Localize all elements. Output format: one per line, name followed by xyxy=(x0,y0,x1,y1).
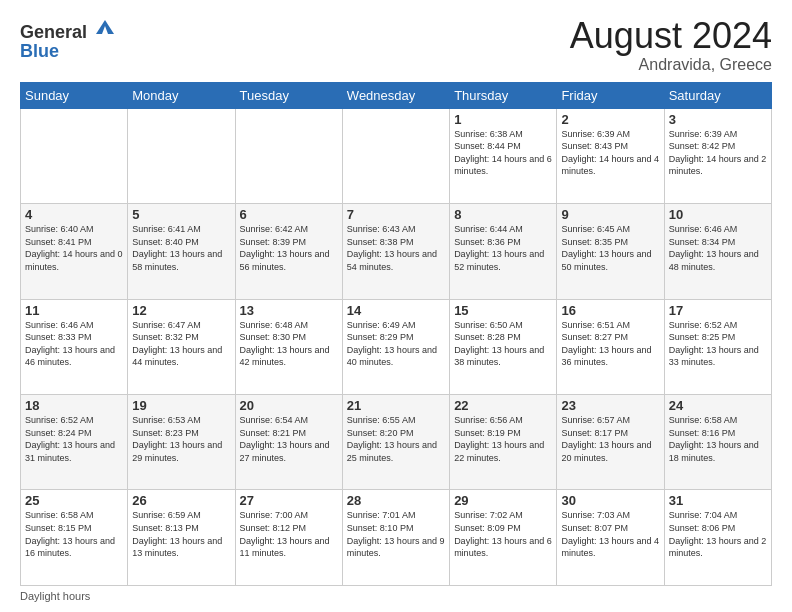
table-row xyxy=(128,108,235,203)
day-info: Sunrise: 7:01 AMSunset: 8:10 PMDaylight:… xyxy=(347,509,445,559)
day-number: 2 xyxy=(561,112,659,127)
day-number: 5 xyxy=(132,207,230,222)
day-info: Sunrise: 6:39 AMSunset: 8:43 PMDaylight:… xyxy=(561,128,659,178)
table-row xyxy=(21,108,128,203)
table-row: 18Sunrise: 6:52 AMSunset: 8:24 PMDayligh… xyxy=(21,395,128,490)
day-number: 23 xyxy=(561,398,659,413)
table-row: 11Sunrise: 6:46 AMSunset: 8:33 PMDayligh… xyxy=(21,299,128,394)
table-row: 19Sunrise: 6:53 AMSunset: 8:23 PMDayligh… xyxy=(128,395,235,490)
table-row: 9Sunrise: 6:45 AMSunset: 8:35 PMDaylight… xyxy=(557,204,664,299)
day-number: 21 xyxy=(347,398,445,413)
col-wednesday: Wednesday xyxy=(342,82,449,108)
day-info: Sunrise: 6:42 AMSunset: 8:39 PMDaylight:… xyxy=(240,223,338,273)
day-info: Sunrise: 6:46 AMSunset: 8:33 PMDaylight:… xyxy=(25,319,123,369)
title-block: August 2024 Andravida, Greece xyxy=(570,16,772,74)
logo-general-text: General xyxy=(20,22,87,42)
day-number: 17 xyxy=(669,303,767,318)
day-info: Sunrise: 6:45 AMSunset: 8:35 PMDaylight:… xyxy=(561,223,659,273)
table-row: 6Sunrise: 6:42 AMSunset: 8:39 PMDaylight… xyxy=(235,204,342,299)
day-number: 25 xyxy=(25,493,123,508)
col-friday: Friday xyxy=(557,82,664,108)
calendar-week-row: 18Sunrise: 6:52 AMSunset: 8:24 PMDayligh… xyxy=(21,395,772,490)
table-row: 2Sunrise: 6:39 AMSunset: 8:43 PMDaylight… xyxy=(557,108,664,203)
day-number: 6 xyxy=(240,207,338,222)
day-number: 26 xyxy=(132,493,230,508)
table-row: 23Sunrise: 6:57 AMSunset: 8:17 PMDayligh… xyxy=(557,395,664,490)
day-info: Sunrise: 6:43 AMSunset: 8:38 PMDaylight:… xyxy=(347,223,445,273)
day-info: Sunrise: 6:41 AMSunset: 8:40 PMDaylight:… xyxy=(132,223,230,273)
col-saturday: Saturday xyxy=(664,82,771,108)
day-info: Sunrise: 6:56 AMSunset: 8:19 PMDaylight:… xyxy=(454,414,552,464)
table-row: 26Sunrise: 6:59 AMSunset: 8:13 PMDayligh… xyxy=(128,490,235,586)
month-year: August 2024 xyxy=(570,16,772,56)
daylight-label: Daylight hours xyxy=(20,590,90,602)
table-row: 3Sunrise: 6:39 AMSunset: 8:42 PMDaylight… xyxy=(664,108,771,203)
table-row xyxy=(235,108,342,203)
day-info: Sunrise: 7:03 AMSunset: 8:07 PMDaylight:… xyxy=(561,509,659,559)
day-info: Sunrise: 6:58 AMSunset: 8:15 PMDaylight:… xyxy=(25,509,123,559)
day-info: Sunrise: 6:58 AMSunset: 8:16 PMDaylight:… xyxy=(669,414,767,464)
day-info: Sunrise: 7:04 AMSunset: 8:06 PMDaylight:… xyxy=(669,509,767,559)
day-number: 9 xyxy=(561,207,659,222)
day-number: 27 xyxy=(240,493,338,508)
location: Andravida, Greece xyxy=(570,56,772,74)
table-row: 8Sunrise: 6:44 AMSunset: 8:36 PMDaylight… xyxy=(450,204,557,299)
table-row: 10Sunrise: 6:46 AMSunset: 8:34 PMDayligh… xyxy=(664,204,771,299)
table-row: 14Sunrise: 6:49 AMSunset: 8:29 PMDayligh… xyxy=(342,299,449,394)
day-info: Sunrise: 6:39 AMSunset: 8:42 PMDaylight:… xyxy=(669,128,767,178)
day-info: Sunrise: 6:57 AMSunset: 8:17 PMDaylight:… xyxy=(561,414,659,464)
table-row: 29Sunrise: 7:02 AMSunset: 8:09 PMDayligh… xyxy=(450,490,557,586)
day-info: Sunrise: 6:50 AMSunset: 8:28 PMDaylight:… xyxy=(454,319,552,369)
calendar-week-row: 11Sunrise: 6:46 AMSunset: 8:33 PMDayligh… xyxy=(21,299,772,394)
day-number: 29 xyxy=(454,493,552,508)
day-info: Sunrise: 6:48 AMSunset: 8:30 PMDaylight:… xyxy=(240,319,338,369)
calendar-week-row: 4Sunrise: 6:40 AMSunset: 8:41 PMDaylight… xyxy=(21,204,772,299)
header: General Blue August 2024 Andravida, Gree… xyxy=(20,16,772,74)
day-number: 24 xyxy=(669,398,767,413)
day-info: Sunrise: 6:54 AMSunset: 8:21 PMDaylight:… xyxy=(240,414,338,464)
day-info: Sunrise: 7:02 AMSunset: 8:09 PMDaylight:… xyxy=(454,509,552,559)
day-info: Sunrise: 6:55 AMSunset: 8:20 PMDaylight:… xyxy=(347,414,445,464)
col-monday: Monday xyxy=(128,82,235,108)
table-row: 7Sunrise: 6:43 AMSunset: 8:38 PMDaylight… xyxy=(342,204,449,299)
day-info: Sunrise: 6:59 AMSunset: 8:13 PMDaylight:… xyxy=(132,509,230,559)
table-row: 16Sunrise: 6:51 AMSunset: 8:27 PMDayligh… xyxy=(557,299,664,394)
table-row: 17Sunrise: 6:52 AMSunset: 8:25 PMDayligh… xyxy=(664,299,771,394)
day-info: Sunrise: 6:40 AMSunset: 8:41 PMDaylight:… xyxy=(25,223,123,273)
table-row: 15Sunrise: 6:50 AMSunset: 8:28 PMDayligh… xyxy=(450,299,557,394)
day-info: Sunrise: 6:52 AMSunset: 8:25 PMDaylight:… xyxy=(669,319,767,369)
logo-blue-text: Blue xyxy=(20,41,59,61)
day-number: 1 xyxy=(454,112,552,127)
table-row: 28Sunrise: 7:01 AMSunset: 8:10 PMDayligh… xyxy=(342,490,449,586)
col-sunday: Sunday xyxy=(21,82,128,108)
table-row: 1Sunrise: 6:38 AMSunset: 8:44 PMDaylight… xyxy=(450,108,557,203)
table-row: 12Sunrise: 6:47 AMSunset: 8:32 PMDayligh… xyxy=(128,299,235,394)
day-number: 8 xyxy=(454,207,552,222)
table-row: 5Sunrise: 6:41 AMSunset: 8:40 PMDaylight… xyxy=(128,204,235,299)
day-number: 15 xyxy=(454,303,552,318)
page: General Blue August 2024 Andravida, Gree… xyxy=(0,0,792,612)
table-row: 30Sunrise: 7:03 AMSunset: 8:07 PMDayligh… xyxy=(557,490,664,586)
table-row: 25Sunrise: 6:58 AMSunset: 8:15 PMDayligh… xyxy=(21,490,128,586)
day-number: 31 xyxy=(669,493,767,508)
logo: General Blue xyxy=(20,16,116,61)
day-number: 22 xyxy=(454,398,552,413)
day-info: Sunrise: 6:53 AMSunset: 8:23 PMDaylight:… xyxy=(132,414,230,464)
table-row: 27Sunrise: 7:00 AMSunset: 8:12 PMDayligh… xyxy=(235,490,342,586)
logo-general: General xyxy=(20,16,116,42)
logo-text: General Blue xyxy=(20,16,116,61)
day-info: Sunrise: 6:44 AMSunset: 8:36 PMDaylight:… xyxy=(454,223,552,273)
calendar-table: Sunday Monday Tuesday Wednesday Thursday… xyxy=(20,82,772,586)
day-info: Sunrise: 6:52 AMSunset: 8:24 PMDaylight:… xyxy=(25,414,123,464)
day-number: 18 xyxy=(25,398,123,413)
day-number: 14 xyxy=(347,303,445,318)
calendar-week-row: 1Sunrise: 6:38 AMSunset: 8:44 PMDaylight… xyxy=(21,108,772,203)
table-row: 24Sunrise: 6:58 AMSunset: 8:16 PMDayligh… xyxy=(664,395,771,490)
table-row: 22Sunrise: 6:56 AMSunset: 8:19 PMDayligh… xyxy=(450,395,557,490)
day-info: Sunrise: 6:47 AMSunset: 8:32 PMDaylight:… xyxy=(132,319,230,369)
day-number: 3 xyxy=(669,112,767,127)
calendar-week-row: 25Sunrise: 6:58 AMSunset: 8:15 PMDayligh… xyxy=(21,490,772,586)
day-number: 11 xyxy=(25,303,123,318)
day-number: 19 xyxy=(132,398,230,413)
day-number: 28 xyxy=(347,493,445,508)
